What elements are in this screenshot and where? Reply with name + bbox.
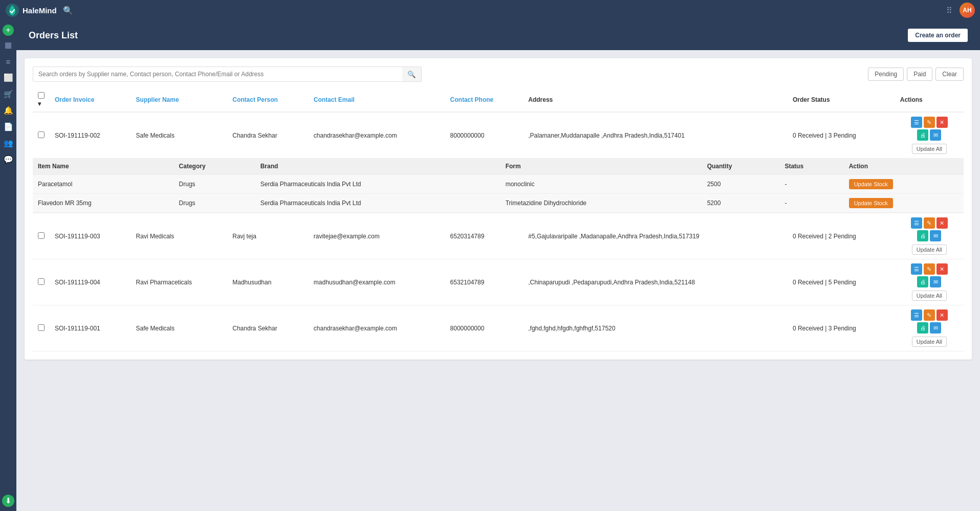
clear-filter-button[interactable]: Clear — [935, 68, 964, 81]
edit-btn-0[interactable]: ✎ — [924, 117, 935, 128]
search-icon[interactable]: 🔍 — [63, 6, 73, 15]
update-all-btn-2[interactable]: Update All — [912, 291, 947, 301]
create-order-button[interactable]: Create an order — [908, 29, 968, 42]
table-row: SOI-191119-003 Ravi Medicals Ravj teja r… — [33, 213, 964, 259]
update-all-btn-0[interactable]: Update All — [912, 144, 947, 154]
orders-tbody: SOI-191119-002 Safe Medicals Chandra Sek… — [33, 112, 964, 351]
sidebar-download-icon[interactable]: ⬇ — [2, 495, 14, 507]
search-button[interactable]: 🔍 — [402, 66, 422, 82]
sidebar-doc-icon[interactable]: 📄 — [1, 120, 15, 134]
contact-phone-0: 8000000000 — [445, 112, 524, 159]
sub-table-row: Item Name Category Brand Form Quantity S… — [33, 159, 964, 213]
address-1: #5,Gajulavaripalle ,Madanapalle,Andhra P… — [523, 213, 788, 259]
search-input[interactable] — [33, 66, 422, 82]
table-header-row: ▾ Order Invoice Supplier Name Contact Pe… — [33, 88, 964, 112]
edit-btn-1[interactable]: ✎ — [924, 217, 935, 229]
supplier-name-1: Ravi Medicals — [131, 213, 228, 259]
view-btn-0[interactable]: ☰ — [911, 117, 922, 128]
view-btn-2[interactable]: ☰ — [911, 263, 922, 275]
update-stock-btn-0-0[interactable]: Update Stock — [849, 179, 893, 189]
avatar[interactable]: AH — [960, 3, 975, 18]
supplier-name-0: Safe Medicals — [131, 112, 228, 159]
print-btn-0[interactable]: 🖨 — [917, 129, 928, 141]
table-row: SOI-191119-002 Safe Medicals Chandra Sek… — [33, 112, 964, 159]
row-checkbox-0[interactable] — [38, 131, 45, 138]
item-form-0-0: monoclinic — [500, 174, 702, 194]
address-0: ,Palamaner,Muddanapalle ,Andhra Pradesh,… — [523, 112, 788, 159]
delete-btn-2[interactable]: ✕ — [937, 263, 948, 275]
sidebar-bell-icon[interactable]: 🔔 — [1, 103, 15, 118]
actions-cell-0: ☰ ✎ ✕ 🖨 ✉ Update All — [895, 112, 964, 159]
email-btn-3[interactable]: ✉ — [930, 322, 941, 334]
contact-person-0: Chandra Sekhar — [227, 112, 309, 159]
print-btn-3[interactable]: 🖨 — [917, 322, 928, 334]
sub-th-form: Form — [500, 159, 702, 174]
row-checkbox-2[interactable] — [38, 278, 45, 285]
item-name-0-1: Flavedon MR 35mg — [33, 194, 174, 213]
th-address: Address — [523, 88, 788, 112]
select-all-checkbox[interactable] — [38, 92, 45, 99]
sub-table-body: Paracetamol Drugs Serdia Pharmaceuticals… — [33, 174, 964, 213]
th-contact-person[interactable]: Contact Person — [227, 88, 309, 112]
row-checkbox-3[interactable] — [38, 324, 45, 331]
th-order-invoice[interactable]: Order Invoice — [50, 88, 131, 112]
email-btn-1[interactable]: ✉ — [930, 230, 941, 241]
print-btn-1[interactable]: 🖨 — [917, 230, 928, 241]
sub-th-category: Category — [174, 159, 255, 174]
item-action-0-0: Update Stock — [844, 174, 964, 194]
email-btn-2[interactable]: ✉ — [930, 276, 941, 287]
content-area: 🔍 Pending Paid Clear ▾ — [16, 50, 980, 511]
order-status-3: 0 Received | 3 Pending — [788, 305, 895, 351]
sidebar-add-icon[interactable]: + — [3, 25, 14, 36]
order-invoice-2: SOI-191119-004 — [50, 259, 131, 305]
table-row: SOI-191119-001 Safe Medicals Chandra Sek… — [33, 305, 964, 351]
order-status-0: 0 Received | 3 Pending — [788, 112, 895, 159]
sidebar-cart-icon[interactable]: 🛒 — [1, 87, 15, 101]
paid-filter-button[interactable]: Paid — [907, 68, 932, 81]
order-invoice-0: SOI-191119-002 — [50, 112, 131, 159]
grid-icon[interactable]: ⠿ — [946, 6, 952, 15]
sub-th-item-name: Item Name — [33, 159, 174, 174]
contact-email-0: chandrasekhar@example.com — [309, 112, 445, 159]
update-all-btn-3[interactable]: Update All — [912, 337, 947, 347]
view-btn-3[interactable]: ☰ — [911, 309, 922, 321]
filter-icon[interactable]: ▾ — [38, 100, 41, 107]
pending-filter-button[interactable]: Pending — [868, 68, 904, 81]
contact-phone-1: 6520314789 — [445, 213, 524, 259]
logo: HaleMind — [5, 3, 57, 17]
update-stock-btn-0-1[interactable]: Update Stock — [849, 198, 893, 208]
item-quantity-0-0: 2500 — [702, 174, 780, 194]
th-contact-phone[interactable]: Contact Phone — [445, 88, 524, 112]
filter-buttons: Pending Paid Clear — [868, 68, 964, 81]
item-status-0-0: - — [779, 174, 843, 194]
update-all-btn-1[interactable]: Update All — [912, 245, 947, 255]
search-input-wrap: 🔍 — [33, 66, 422, 82]
sidebar-chat-icon[interactable]: 💬 — [1, 152, 15, 167]
view-btn-1[interactable]: ☰ — [911, 217, 922, 229]
sub-th-action: Action — [844, 159, 964, 174]
sidebar: + ▦ ≡ ⬜ 🛒 🔔 📄 👥 💬 ⬇ — [0, 20, 16, 511]
topnav: HaleMind 🔍 ⠿ AH — [0, 0, 980, 20]
actions-cell-3: ☰ ✎ ✕ 🖨 ✉ Update All — [895, 305, 964, 351]
sidebar-users-icon[interactable]: 👥 — [1, 136, 15, 150]
delete-btn-0[interactable]: ✕ — [937, 117, 948, 128]
logo-icon — [5, 3, 19, 17]
delete-btn-3[interactable]: ✕ — [937, 309, 948, 321]
main-wrapper: Orders List Create an order 🔍 Pending Pa… — [16, 20, 980, 511]
sub-table-header: Item Name Category Brand Form Quantity S… — [33, 159, 964, 174]
delete-btn-1[interactable]: ✕ — [937, 217, 948, 229]
sidebar-dashboard-icon[interactable]: ▦ — [1, 38, 15, 52]
print-btn-2[interactable]: 🖨 — [917, 276, 928, 287]
item-quantity-0-1: 5200 — [702, 194, 780, 213]
th-contact-email[interactable]: Contact Email — [309, 88, 445, 112]
row-checkbox-1[interactable] — [38, 232, 45, 239]
sidebar-box-icon[interactable]: ⬜ — [1, 71, 15, 85]
item-category-0-0: Drugs — [174, 174, 255, 194]
actions-cell-2: ☰ ✎ ✕ 🖨 ✉ Update All — [895, 259, 964, 305]
edit-btn-2[interactable]: ✎ — [924, 263, 935, 275]
th-supplier-name[interactable]: Supplier Name — [131, 88, 228, 112]
edit-btn-3[interactable]: ✎ — [924, 309, 935, 321]
th-order-status: Order Status — [788, 88, 895, 112]
email-btn-0[interactable]: ✉ — [930, 129, 941, 141]
sidebar-list-icon[interactable]: ≡ — [1, 54, 15, 69]
